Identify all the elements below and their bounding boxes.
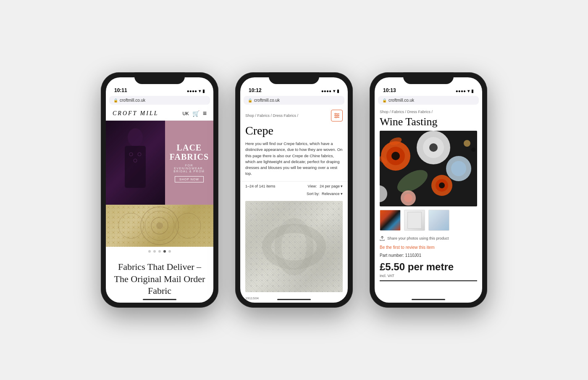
phone-1-header: Croft Mill UK 🛒 ≡ — [106, 106, 213, 121]
phone-3-breadcrumb: Shop / Fabrics / Dress Fabrics / — [375, 106, 482, 115]
signal-icon: ●●●● — [456, 89, 466, 93]
phone-2-results-count: 1–24 of 141 items — [245, 184, 276, 188]
phone-1-time: 10:11 — [114, 87, 127, 93]
phone-2-product-image[interactable] — [245, 201, 343, 293]
phone-3-time: 10:13 — [383, 87, 396, 93]
phone-3-price: £5.50 per metre — [375, 259, 482, 274]
phone-1-content: Croft Mill UK 🛒 ≡ — [106, 106, 213, 303]
svg-point-24 — [391, 152, 400, 160]
svg-point-34 — [464, 140, 470, 147]
phone-2-description: Here you will find our Crepe fabrics, wh… — [240, 141, 348, 181]
phone-3-content: Shop / Fabrics / Dress Fabrics / Wine Ta… — [375, 106, 482, 303]
svg-point-27 — [429, 143, 438, 152]
lock-icon: 🔒 — [113, 98, 118, 103]
phone-1-header-right: UK 🛒 ≡ — [182, 110, 207, 117]
svg-point-29 — [451, 161, 466, 176]
phone-1-carousel-dots — [106, 247, 213, 256]
phone-2: 10:12 ●●●● ▾ ▮ 🔒 croftmill.co.uk Shop / … — [235, 72, 353, 308]
phone-3-thumb-2[interactable] — [404, 210, 425, 231]
phone-1-lace-section — [106, 205, 213, 247]
battery-icon: ▮ — [202, 89, 205, 93]
crepe-fabric-swatch — [245, 201, 343, 293]
phone-3-bottom-border — [380, 280, 477, 281]
wifi-icon: ▾ — [333, 89, 335, 93]
phone-3-thumb-3[interactable] — [428, 210, 449, 231]
phone-1-url: croftmill.co.uk — [120, 98, 145, 103]
phone-2-status-icons: ●●●● ▾ ▮ — [321, 89, 339, 93]
menu-icon[interactable]: ≡ — [203, 110, 207, 117]
svg-point-0 — [128, 128, 143, 147]
svg-point-16 — [336, 117, 337, 118]
phone-3: 10:13 ●●●● ▾ ▮ 🔒 croftmill.co.uk Shop / … — [370, 72, 487, 308]
phone-2-page-title: Crepe — [240, 123, 348, 141]
filter-button[interactable] — [331, 110, 343, 121]
svg-point-14 — [335, 113, 336, 115]
dot-1[interactable] — [148, 250, 151, 253]
phone-2-breadcrumb-bar: Shop / Fabrics / Dress Fabrics / — [240, 106, 348, 123]
phone-2-url-bar[interactable]: 🔒 croftmill.co.uk — [244, 96, 344, 105]
phone-3-thumb-1[interactable] — [380, 210, 401, 231]
hero-image-left — [106, 121, 165, 205]
phone-1-tagline: Fabrics That Deliver – The Original Mail… — [106, 256, 213, 302]
phone-1-hero: LACE FABRICS FOR EVENINGWEAR, BRIDAL & P… — [106, 121, 213, 205]
hero-shop-button[interactable]: SHOP NOW — [175, 176, 204, 182]
svg-point-9 — [176, 213, 201, 238]
sort-selector[interactable]: Sort by: Relevance ▾ — [307, 192, 343, 196]
svg-rect-1 — [125, 146, 146, 188]
phone-2-notch — [269, 72, 319, 84]
dot-4[interactable] — [163, 250, 166, 253]
phone-3-notch — [403, 72, 454, 84]
phone-1-notch — [134, 72, 185, 84]
phone-3-vat: incl. VAT — [375, 274, 482, 278]
hero-image-right: LACE FABRICS FOR EVENINGWEAR, BRIDAL & P… — [165, 121, 213, 205]
hero-title: LACE FABRICS — [170, 143, 209, 161]
phone-3-url: croftmill.co.uk — [388, 98, 414, 103]
signal-icon: ●●●● — [321, 89, 331, 93]
phone-1-status-icons: ●●●● ▾ ▮ — [187, 89, 205, 93]
lock-icon: 🔒 — [248, 98, 252, 103]
phone-2-breadcrumb: Shop / Fabrics / Dress Fabrics / — [245, 113, 298, 118]
phone-3-home-indicator — [412, 299, 445, 300]
svg-point-15 — [337, 115, 339, 116]
phone-2-sort-bar: Sort by: Relevance ▾ — [240, 191, 348, 198]
phone-1: 10:11 ●●●● ▾ ▮ 🔒 croftmill.co.uk Croft M… — [101, 72, 218, 308]
phone-2-view-sort: View: 24 per page ▾ — [308, 184, 343, 188]
phone-3-part-number: Part number: 1110J01 — [375, 251, 482, 259]
svg-point-38 — [404, 194, 412, 202]
phone-3-status-icons: ●●●● ▾ ▮ — [456, 89, 474, 93]
region-selector[interactable]: UK — [182, 111, 189, 116]
dot-5[interactable] — [168, 250, 171, 253]
phone-2-time: 10:12 — [249, 87, 262, 93]
dot-2[interactable] — [153, 250, 156, 253]
phone-1-home-indicator — [143, 299, 176, 300]
phone-2-content: Shop / Fabrics / Dress Fabrics / Cr — [240, 106, 348, 303]
svg-point-10 — [156, 222, 163, 229]
floral-fabric-swatch — [380, 131, 477, 206]
battery-icon: ▮ — [337, 89, 339, 93]
phone-1-logo: Croft Mill — [113, 110, 158, 117]
lock-icon: 🔒 — [382, 98, 387, 103]
svg-point-8 — [118, 213, 144, 238]
phone-1-url-bar[interactable]: 🔒 croftmill.co.uk — [109, 96, 210, 105]
signal-icon: ●●●● — [187, 89, 197, 93]
phone-3-product-title: Wine Tasting — [375, 115, 482, 131]
wifi-icon: ▾ — [467, 89, 470, 93]
phone-3-share[interactable]: Share your photos using this product — [375, 234, 482, 243]
cart-icon[interactable]: 🛒 — [192, 110, 200, 117]
svg-point-35 — [471, 148, 475, 152]
phone-3-url-bar[interactable]: 🔒 croftmill.co.uk — [378, 96, 479, 105]
phones-container: 10:11 ●●●● ▾ ▮ 🔒 croftmill.co.uk Croft M… — [101, 72, 487, 308]
phone-2-results-bar: 1–24 of 141 items View: 24 per page ▾ — [240, 181, 348, 191]
battery-icon: ▮ — [471, 89, 474, 93]
phone-3-product-image[interactable] — [380, 131, 477, 206]
svg-point-33 — [439, 182, 445, 188]
phone-2-home-indicator — [277, 299, 311, 300]
phone-2-product-area: 1911S04 — [240, 198, 348, 303]
dot-3[interactable] — [158, 250, 161, 253]
phone-3-review-link[interactable]: Be the first to review this item — [375, 243, 482, 251]
wifi-icon: ▾ — [199, 89, 201, 93]
view-selector[interactable]: View: 24 per page ▾ — [308, 184, 343, 188]
phone-3-thumbnails — [375, 206, 482, 234]
phone-2-url: croftmill.co.uk — [254, 98, 280, 103]
share-text: Share your photos using this product — [387, 236, 449, 240]
